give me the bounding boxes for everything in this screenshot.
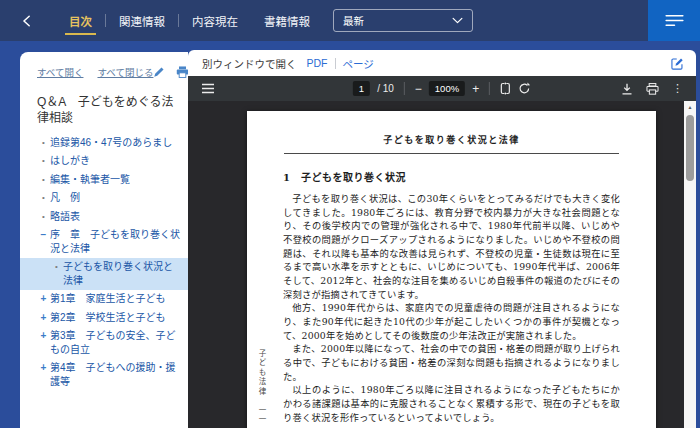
print-button[interactable]: [646, 83, 659, 95]
edit-note-button[interactable]: [671, 57, 684, 70]
collapse-icon[interactable]: −: [37, 228, 50, 242]
toc-item-chapter3[interactable]: +第3章 子どもの安全、子どもの自立: [20, 327, 188, 359]
hamburger-icon: [201, 83, 215, 94]
back-button[interactable]: [14, 8, 40, 34]
zoom-out-button[interactable]: −: [415, 83, 422, 95]
content-panel: 別ウィンドウで開く PDF ページ 1 / 10 − 100% +: [188, 50, 696, 428]
tab-toc[interactable]: 目次: [56, 0, 105, 41]
dropdown-value: 最新: [343, 13, 364, 28]
version-dropdown[interactable]: 最新: [333, 9, 473, 32]
scrollbar-thumb[interactable]: [686, 115, 694, 181]
pdf-viewer: 子どもを取り巻く状況と法律 子ども法律 一一 1 子どもを取り巻く状況 子どもを…: [188, 101, 696, 428]
section-heading-1: 1 子どもを取り巻く状況: [283, 169, 620, 184]
tab-bar: 目次 関連情報 内容現在 書籍情報: [56, 0, 323, 41]
printer-icon: [646, 83, 659, 95]
viewer-scrollbar[interactable]: ▲: [684, 101, 696, 428]
expand-icon[interactable]: +: [37, 329, 50, 343]
chevron-down-icon: [452, 17, 463, 24]
rotate-button[interactable]: [518, 82, 531, 95]
page-margin-label: 子ども法律 一一: [256, 349, 267, 425]
page-view-link[interactable]: ページ: [343, 56, 374, 71]
rotate-icon: [518, 82, 531, 95]
toc-item-abbreviations[interactable]: •略語表: [20, 207, 188, 226]
toc-item-editors[interactable]: •編集・執筆者一覧: [20, 170, 188, 189]
pdf-sidebar-toggle-button[interactable]: [201, 83, 215, 94]
bullet-icon: •: [37, 154, 50, 168]
tab-book-info[interactable]: 書籍情報: [251, 0, 323, 41]
bullet-icon: •: [50, 260, 63, 274]
download-button[interactable]: [621, 83, 633, 95]
toc-item-intro-chapter[interactable]: −序 章 子どもを取り巻く状況と法律: [20, 226, 188, 258]
pencil-icon[interactable]: [153, 66, 165, 78]
expand-icon[interactable]: +: [37, 311, 50, 325]
bullet-icon: •: [37, 210, 50, 224]
toc-sidebar: すべて開く すべて閉じる Q＆A 子どもをめぐる法律相談 •追録第46・47号の…: [20, 52, 188, 428]
tab-label: 関連情報: [119, 13, 165, 29]
bullet-icon: •: [37, 191, 50, 205]
tab-current-content[interactable]: 内容現在: [179, 0, 251, 41]
collapse-all-link[interactable]: すべて閉じる: [97, 65, 153, 79]
pdf-action-buttons: ⋮: [621, 82, 683, 95]
paragraph: また、2000年以降になって、社会の中での貧困・格差の問題が取り上げられる中で、…: [283, 342, 620, 383]
pdf-link[interactable]: PDF: [307, 57, 328, 69]
toc-item-conventions[interactable]: •凡 例: [20, 189, 188, 208]
expand-icon[interactable]: +: [37, 361, 50, 375]
chevron-left-icon: [20, 14, 34, 28]
fit-page-button[interactable]: [500, 82, 511, 95]
more-options-button[interactable]: ⋮: [672, 82, 683, 95]
divider: [489, 82, 490, 95]
main-menu-button[interactable]: [648, 0, 700, 41]
app: 目次 関連情報 内容現在 書籍情報 最新 すべて開く すべて閉じる: [0, 0, 700, 428]
pdf-toolbar: 1 / 10 − 100% +: [188, 76, 696, 101]
zoom-level-display: 100%: [429, 81, 465, 96]
paragraph: 以上のように、1980年ごろ以降に注目されるようになった子どもたちにかかわる諸課…: [283, 383, 620, 424]
compose-icon: [671, 57, 684, 70]
content-header: 別ウィンドウで開く PDF ページ: [188, 50, 696, 76]
topbar: 目次 関連情報 内容現在 書籍情報 最新: [0, 0, 700, 41]
toc-controls: すべて開く すべて閉じる: [20, 52, 188, 79]
page-total-label: / 10: [377, 83, 394, 94]
bullet-icon: •: [37, 173, 50, 187]
toc-item-chapter1[interactable]: +第1章 家庭生活と子ども: [20, 290, 188, 309]
bullet-icon: •: [37, 136, 50, 150]
header-rule: [284, 153, 619, 154]
tab-label: 目次: [69, 13, 92, 29]
sidebar-icon-group: [153, 66, 188, 78]
pdf-page: 子どもを取り巻く状況と法律 子ども法律 一一 1 子どもを取り巻く状況 子どもを…: [247, 111, 656, 428]
menu-icon: [665, 14, 684, 27]
toc-list: •追録第46・47号のあらまし •はしがき •編集・執筆者一覧 •凡 例 •略語…: [20, 133, 188, 391]
divider: [404, 82, 405, 95]
toc-item-preface[interactable]: •はしがき: [20, 152, 188, 171]
paragraph: 子どもを取り巻く状況は、この30年くらいをとってみるだけでも大きく変化してきまし…: [283, 192, 620, 301]
scroll-up-icon[interactable]: ▲: [684, 101, 696, 112]
pdf-page-controls: 1 / 10 − 100% +: [353, 81, 531, 96]
tab-label: 内容現在: [192, 13, 238, 29]
fit-page-icon: [500, 82, 511, 95]
toc-item-chapter4[interactable]: +第4章 子どもへの援助・援護等: [20, 359, 188, 391]
expand-icon[interactable]: +: [37, 292, 50, 306]
running-header: 子どもを取り巻く状況と法律: [283, 133, 620, 146]
download-icon: [621, 83, 633, 95]
tab-related-info[interactable]: 関連情報: [106, 0, 178, 41]
zoom-in-button[interactable]: +: [472, 83, 479, 95]
expand-all-link[interactable]: すべて開く: [37, 65, 83, 79]
page-number-input[interactable]: 1: [353, 81, 370, 96]
toc-item-chapter2[interactable]: +第2章 学校生活と子ども: [20, 308, 188, 327]
toc-item-supplement[interactable]: •追録第46・47号のあらまし: [20, 133, 188, 152]
print-icon[interactable]: [176, 66, 188, 78]
tab-label: 書籍情報: [264, 13, 310, 29]
paragraph: 他方、1990年代からは、家庭内での児童虐待の問題が注目されるようになり、また9…: [283, 301, 620, 342]
book-title: Q＆A 子どもをめぐる法律相談: [20, 79, 188, 133]
toc-item-intro-section-selected[interactable]: •子どもを取り巻く状況と法律: [20, 258, 188, 290]
open-new-window-label: 別ウィンドウで開く: [202, 56, 297, 71]
divider: [335, 58, 336, 69]
